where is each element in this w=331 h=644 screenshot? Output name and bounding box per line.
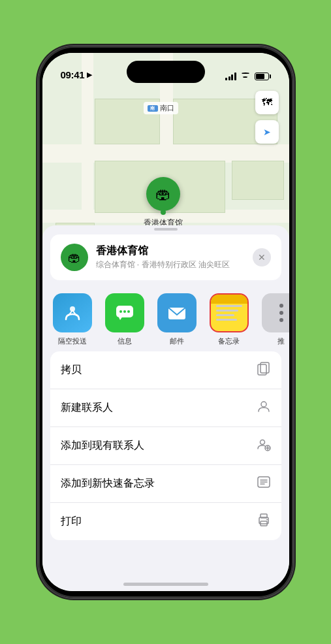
notes-line-2 xyxy=(216,310,238,312)
map-label-text: 南口 xyxy=(160,103,174,113)
close-button[interactable]: ✕ xyxy=(253,248,271,266)
signal-bars-icon xyxy=(225,72,236,80)
pin-dot xyxy=(161,210,166,215)
location-icon: ➤ xyxy=(263,127,271,137)
notes-line-4 xyxy=(216,319,237,321)
share-item-mail[interactable]: 邮件 xyxy=(155,293,199,346)
action-text-print: 打印 xyxy=(61,515,82,528)
bottom-sheet: 🏟 香港体育馆 综合体育馆 · 香港特别行政区 油尖旺区 ✕ xyxy=(42,225,289,591)
action-item-print[interactable]: 打印 xyxy=(50,503,281,540)
wifi-icon xyxy=(240,72,251,80)
messages-icon-wrap xyxy=(105,293,144,332)
action-text-add-note: 添加到新快速备忘录 xyxy=(61,477,155,491)
share-row: 隔空投送 信息 xyxy=(42,285,289,351)
mail-icon-wrap xyxy=(157,293,197,332)
action-item-new-contact[interactable]: 新建联系人 xyxy=(50,389,281,427)
svg-point-3 xyxy=(119,310,122,313)
copy-icon xyxy=(257,361,271,379)
dynamic-island xyxy=(127,61,205,83)
action-text-add-existing: 添加到现有联系人 xyxy=(61,439,144,453)
share-label-notes: 备忘录 xyxy=(218,336,240,346)
pin-circle: 🏟 xyxy=(146,177,180,211)
notes-line-1 xyxy=(216,305,242,307)
svg-point-9 xyxy=(261,402,266,407)
map-building-3 xyxy=(232,161,284,200)
location-arrow-icon: ▶ xyxy=(87,71,92,79)
venue-info: 香港体育馆 综合体育馆 · 香港特别行政区 油尖旺区 xyxy=(96,244,253,270)
venue-card: 🏟 香港体育馆 综合体育馆 · 香港特别行政区 油尖旺区 ✕ xyxy=(50,234,281,280)
action-text-new-contact: 新建联系人 xyxy=(61,401,113,415)
location-button[interactable]: ➤ xyxy=(255,120,279,144)
pin-stadium-icon: 🏟 xyxy=(155,185,171,203)
sheet-handle xyxy=(42,225,289,229)
more-icon-wrap xyxy=(262,293,289,332)
share-label-more: 推 xyxy=(277,336,285,346)
map-type-icon: 🗺 xyxy=(262,97,272,108)
map-pin[interactable]: 🏟 香港体育馆 xyxy=(144,177,183,229)
more-dots-icon xyxy=(279,304,283,322)
notes-top-bar xyxy=(211,295,247,304)
map-controls: 🗺 ➤ xyxy=(255,91,279,144)
notes-line-3 xyxy=(216,314,234,316)
share-item-notes[interactable]: 备忘录 xyxy=(207,293,251,346)
new-contact-icon xyxy=(257,399,271,417)
map-label: 南 南口 xyxy=(144,102,178,114)
airdrop-svg-icon xyxy=(62,302,83,323)
svg-point-10 xyxy=(260,440,264,445)
quick-note-icon xyxy=(257,475,271,492)
svg-point-5 xyxy=(127,310,130,313)
share-label-mail: 邮件 xyxy=(170,336,184,346)
venue-icon: 🏟 xyxy=(61,244,88,271)
share-item-airdrop[interactable]: 隔空投送 xyxy=(50,293,95,346)
action-item-add-existing[interactable]: 添加到现有联系人 xyxy=(50,427,281,465)
share-label-messages: 信息 xyxy=(118,336,132,346)
phone-frame: 09:41 ▶ xyxy=(39,46,293,598)
notes-icon-wrap xyxy=(210,293,249,332)
phone-screen: 09:41 ▶ xyxy=(42,53,289,591)
mail-svg-icon xyxy=(166,302,188,324)
close-icon: ✕ xyxy=(258,252,266,263)
svg-point-4 xyxy=(123,310,126,313)
airdrop-icon-wrap xyxy=(53,293,92,332)
action-item-add-note[interactable]: 添加到新快速备忘录 xyxy=(50,465,281,503)
action-text-copy: 拷贝 xyxy=(61,363,82,377)
venue-name: 香港体育馆 xyxy=(96,244,253,258)
add-contact-icon xyxy=(257,437,271,455)
venue-subtitle: 综合体育馆 · 香港特别行政区 油尖旺区 xyxy=(96,259,253,270)
action-list: 拷贝 新建联系人 xyxy=(50,351,281,540)
svg-point-21 xyxy=(266,519,268,521)
handle-pill xyxy=(154,228,178,231)
map-type-button[interactable]: 🗺 xyxy=(255,91,279,114)
messages-svg-icon xyxy=(114,302,136,324)
notes-lines xyxy=(216,305,242,321)
status-icons xyxy=(225,72,271,80)
battery-icon xyxy=(255,72,271,80)
status-time: 09:41 xyxy=(61,69,85,80)
home-indicator xyxy=(123,583,208,586)
share-item-more[interactable]: 推 xyxy=(259,293,289,346)
action-item-copy[interactable]: 拷贝 xyxy=(50,351,281,389)
share-label-airdrop: 隔空投送 xyxy=(58,336,87,346)
map-label-icon: 南 xyxy=(148,105,158,112)
print-icon xyxy=(257,513,271,530)
share-item-messages[interactable]: 信息 xyxy=(102,293,147,346)
venue-stadium-icon: 🏟 xyxy=(68,250,81,265)
